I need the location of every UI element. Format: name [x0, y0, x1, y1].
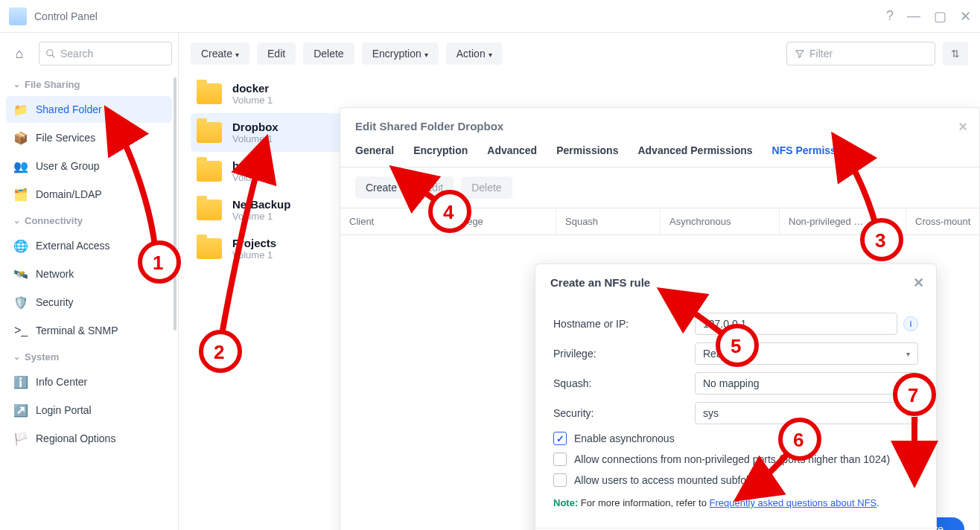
sidebar-item-external-access[interactable]: 🌐External Access	[6, 232, 172, 259]
window-title: Control Panel	[34, 10, 98, 22]
section-header[interactable]: ⌄File Sharing	[6, 73, 172, 95]
tab-advanced[interactable]: Advanced	[487, 144, 537, 158]
nav-icon: 📦	[13, 130, 28, 145]
folder-icon	[197, 238, 222, 259]
help-icon[interactable]: ?	[886, 8, 894, 25]
svg-line-1	[52, 55, 55, 58]
section-header[interactable]: ⌄Connectivity	[6, 209, 172, 231]
squash-label: Squash:	[553, 377, 695, 389]
security-select[interactable]: sys▾	[695, 402, 918, 424]
folder-name: docker	[232, 82, 273, 95]
note: Note: For more information, refer to Fre…	[553, 497, 918, 508]
squash-select[interactable]: No mapping▾	[695, 372, 918, 395]
sidebar-item-terminal-snmp[interactable]: >_Terminal & SNMP	[6, 317, 172, 344]
sidebar-item-user-group[interactable]: 👥User & Group	[6, 153, 172, 179]
sidebar-item-security[interactable]: 🛡️Security	[6, 289, 172, 316]
sidebar-item-domain-ldap[interactable]: 🗂️Domain/LDAP	[6, 181, 172, 208]
filter-input[interactable]: Filter	[786, 42, 935, 66]
minimize-icon[interactable]: —	[907, 8, 920, 25]
filter-placeholder: Filter	[809, 48, 833, 60]
section-header[interactable]: ⌄System	[6, 345, 172, 367]
maximize-icon[interactable]: ▢	[934, 8, 946, 25]
search-input[interactable]: Search	[39, 42, 172, 66]
nav-label: External Access	[36, 240, 110, 252]
column-header[interactable]: Cross-mount	[906, 208, 980, 234]
folder-name: NetBackup	[232, 198, 290, 211]
hostname-label: Hostname or IP:	[553, 318, 695, 330]
search-placeholder: Search	[60, 48, 93, 60]
folder-icon	[197, 199, 222, 220]
faq-link[interactable]: Frequently asked questions about NFS	[710, 497, 877, 508]
async-label: Enable asynchronous	[574, 432, 675, 444]
nfs-create-button[interactable]: Create	[355, 176, 407, 199]
folder-volume: Volume 1	[232, 211, 290, 222]
svg-point-0	[47, 50, 53, 56]
column-header[interactable]: Non-privileged …	[780, 208, 906, 234]
info-icon[interactable]: i	[903, 316, 918, 331]
folder-name: Projects	[232, 237, 276, 249]
nav-icon: 🌐	[13, 238, 28, 253]
nfs-delete-button[interactable]: Delete	[461, 176, 512, 199]
folder-volume: Volume 1	[232, 249, 276, 261]
nav-icon: ↗️	[13, 403, 28, 418]
search-icon	[45, 48, 56, 59]
home-icon[interactable]: ⌂	[6, 40, 33, 67]
create-button[interactable]: Create▾	[191, 42, 249, 65]
delete-button[interactable]: Delete	[303, 42, 354, 65]
security-label: Security:	[553, 407, 695, 419]
nav-label: Regional Options	[36, 432, 115, 444]
column-header[interactable]: Asynchronous	[661, 208, 780, 234]
close-icon[interactable]: ×	[958, 118, 967, 135]
app-icon	[9, 7, 27, 25]
nav-label: File Services	[36, 132, 95, 144]
dialog-title: Edit Shared Folder Dropbox	[355, 120, 503, 132]
encryption-button[interactable]: Encryption▾	[362, 42, 439, 65]
close-icon[interactable]: ✕	[913, 275, 924, 291]
nav-label: Terminal & SNMP	[36, 325, 118, 336]
sidebar-item-login-portal[interactable]: ↗️Login Portal	[6, 397, 172, 424]
hostname-input[interactable]	[695, 313, 897, 335]
nonpriv-checkbox[interactable]	[553, 453, 567, 466]
folder-icon	[197, 83, 222, 104]
nav-label: Network	[36, 268, 74, 280]
async-checkbox[interactable]: ✓	[553, 432, 567, 445]
sidebar-item-network[interactable]: 🛰️Network	[6, 261, 172, 287]
create-nfs-rule-dialog: Create an NFS rule ✕ Hostname or IP: i P…	[535, 264, 937, 530]
nfs-edit-button[interactable]: Edit	[415, 176, 454, 199]
privilege-select[interactable]: Read/Write▾	[695, 342, 918, 365]
edit-button[interactable]: Edit	[257, 42, 296, 65]
scrollbar[interactable]	[174, 77, 176, 331]
nonpriv-label: Allow connections from non-privileged po…	[574, 453, 890, 465]
nav-label: Info Center	[36, 376, 87, 388]
sidebar-item-info-center[interactable]: ℹ️Info Center	[6, 368, 172, 395]
sidebar-item-shared-folder[interactable]: 📁Shared Folder	[6, 96, 172, 123]
nav-icon: 🗂️	[13, 187, 28, 202]
action-button[interactable]: Action▾	[446, 42, 503, 65]
tab-nfs-permissions[interactable]: NFS Permissions	[772, 144, 858, 158]
close-icon[interactable]: ✕	[960, 8, 971, 25]
mounted-checkbox[interactable]	[553, 473, 567, 487]
tab-general[interactable]: General	[355, 144, 394, 158]
nav-icon: 👥	[13, 159, 28, 173]
nav-icon: >_	[13, 323, 28, 338]
column-header[interactable]: Client	[340, 208, 437, 234]
privilege-label: Privilege:	[553, 348, 695, 360]
nav-icon: 🛡️	[13, 295, 28, 310]
tab-advanced-permissions[interactable]: Advanced Permissions	[637, 144, 752, 158]
nav-icon: ℹ️	[13, 374, 28, 389]
column-header[interactable]: Squash	[556, 208, 661, 234]
main-area: Create▾ Edit Delete Encryption▾ Action▾ …	[179, 33, 980, 530]
tabs: GeneralEncryptionAdvancedPermissionsAdva…	[340, 144, 979, 167]
sidebar-item-file-services[interactable]: 📦File Services	[6, 124, 172, 151]
tab-permissions[interactable]: Permissions	[556, 144, 618, 158]
modal-title: Create an NFS rule	[550, 276, 650, 289]
sidebar-item-regional-options[interactable]: 🏳️Regional Options	[6, 425, 172, 452]
title-bar: Control Panel ? — ▢ ✕	[0, 0, 980, 33]
nav-label: User & Group	[36, 160, 100, 172]
folder-volume: Volume 1	[232, 172, 273, 183]
tab-encryption[interactable]: Encryption	[413, 144, 468, 158]
sort-button[interactable]: ⇅	[943, 42, 968, 66]
column-header[interactable]: Privilege	[437, 208, 556, 234]
mounted-label: Allow users to access mounted subfolders	[574, 474, 769, 486]
toolbar: Create▾ Edit Delete Encryption▾ Action▾ …	[191, 42, 968, 66]
